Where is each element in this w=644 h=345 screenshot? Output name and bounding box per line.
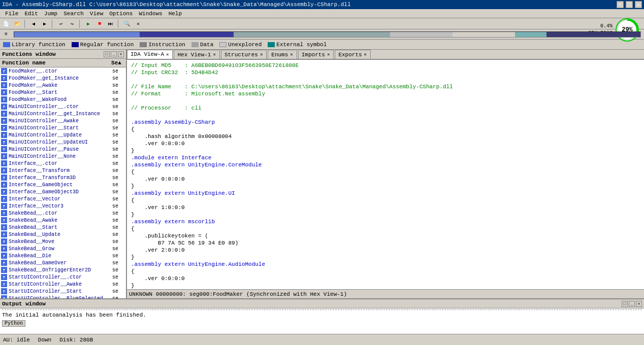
menu-file[interactable]: File: [2, 10, 21, 17]
list-item[interactable]: f SnakeBead__.ctor se: [0, 210, 126, 217]
list-item[interactable]: f MainUIController__Start se: [0, 124, 126, 131]
new-button[interactable]: 📄: [1, 19, 11, 28]
tab-close-icon[interactable]: ✕: [327, 52, 330, 57]
list-item[interactable]: f Interface__GameObject3D se: [0, 188, 126, 195]
tab-imports[interactable]: Imports✕: [298, 50, 334, 59]
list-item[interactable]: f SnakeBead__Awake se: [0, 217, 126, 224]
list-item[interactable]: f FoodMaker__Start se: [0, 89, 126, 96]
minimize-button[interactable]: ─: [617, 1, 624, 8]
tab-close-icon[interactable]: ✕: [260, 52, 263, 57]
panel-close-button[interactable]: ✕: [118, 51, 124, 57]
search-button[interactable]: 🔍: [122, 19, 132, 28]
code-line: {: [131, 126, 640, 133]
python-badge: Python: [2, 320, 25, 327]
tab-exports[interactable]: Exports✕: [335, 50, 371, 59]
tab-hexview1[interactable]: Hex View-1✕: [174, 50, 219, 59]
list-item[interactable]: f SnakeBead__OnTriggerEnter2D se: [0, 266, 126, 273]
menu-jump[interactable]: Jump: [41, 10, 60, 17]
list-item[interactable]: f FoodMaker__Awake se: [0, 82, 126, 89]
list-item[interactable]: f MainUIController__get_Instance se: [0, 110, 126, 117]
list-item[interactable]: f StartUIController__Start se: [0, 288, 126, 295]
code-line: .ver 0:0:0:0: [131, 140, 640, 147]
close-button[interactable]: ✕: [635, 1, 642, 8]
func-icon: f: [1, 231, 7, 237]
menu-windows[interactable]: Windows: [136, 10, 165, 17]
legend-external-color: [268, 42, 275, 47]
list-item[interactable]: f FoodMaker__.ctor se: [0, 67, 126, 75]
func-icon: f: [1, 217, 7, 223]
list-item[interactable]: f Interface__Transform se: [0, 167, 126, 174]
back-button[interactable]: ◀: [28, 19, 39, 28]
redo-button[interactable]: ↪: [67, 19, 77, 28]
func-name: StartUIController__Start: [9, 289, 112, 294]
func-icon: f: [1, 125, 7, 131]
list-item[interactable]: f StartUIController__Awake se: [0, 281, 126, 288]
func-name: MainUIController__Start: [9, 125, 112, 131]
func-name: FoodMaker__Awake: [9, 83, 112, 88]
list-item[interactable]: f SnakeBead__Die se: [0, 252, 126, 259]
menu-search[interactable]: Search: [60, 10, 87, 17]
func-list[interactable]: f FoodMaker__.ctor se f FoodMaker__get_I…: [0, 67, 126, 298]
code-view[interactable]: // Input MD5 : A6BEB0BD69491O3F5663950E7…: [127, 60, 644, 289]
output-content: The initial autoanalysis has been finish…: [0, 308, 644, 334]
tab-close-icon[interactable]: ✕: [364, 52, 367, 57]
output-minimize-button[interactable]: _: [629, 301, 635, 307]
list-item[interactable]: f MainUIController__Pause se: [0, 146, 126, 153]
list-item[interactable]: f Interface__Vector se: [0, 195, 126, 202]
code-line: {: [131, 197, 640, 204]
list-item[interactable]: f Interface__GameObject se: [0, 181, 126, 188]
cpu-circle: 29%: [616, 18, 639, 42]
list-item[interactable]: f MainUIController__.ctor se: [0, 103, 126, 110]
menu-help[interactable]: Help: [166, 10, 185, 17]
list-item[interactable]: f SnakeBead__Start se: [0, 224, 126, 231]
list-item[interactable]: f SnakeBead__GameOver se: [0, 259, 126, 266]
func-seg: se: [112, 182, 125, 188]
output-close-button[interactable]: ✕: [636, 301, 642, 307]
list-item[interactable]: f MainUIController__UpdateUI se: [0, 139, 126, 146]
list-item[interactable]: f SnakeBead__Move se: [0, 238, 126, 245]
list-item[interactable]: f Interface__Transform3D se: [0, 174, 126, 181]
panel-controls: □ _ ✕: [104, 51, 124, 57]
panel-float-button[interactable]: □: [104, 51, 110, 57]
list-item[interactable]: f StartUIController__BlueSelected se: [0, 295, 126, 298]
tab-close-icon[interactable]: ✕: [289, 52, 293, 57]
list-item[interactable]: f Interface__Vector3 se: [0, 202, 126, 210]
list-item[interactable]: f MainUIController__Update se: [0, 131, 126, 139]
run-button[interactable]: ▶: [83, 19, 93, 28]
menu-options[interactable]: Options: [106, 10, 136, 17]
list-item[interactable]: f FoodMaker__WakeFood se: [0, 96, 126, 103]
tab-close-icon[interactable]: ✕: [166, 52, 169, 57]
stop-button[interactable]: ■: [94, 19, 105, 28]
func-seg: se: [112, 147, 125, 152]
menu-edit[interactable]: Edit: [21, 10, 41, 17]
func-icon: f: [1, 196, 7, 202]
output-title-bar: Output window □ _ ✕: [0, 299, 644, 308]
tab-enums[interactable]: Enums✕: [268, 50, 297, 59]
func-seg: se: [112, 274, 125, 280]
tab-idaviewa[interactable]: IDA View-A✕: [127, 50, 173, 59]
panel-minimize-button[interactable]: _: [111, 51, 117, 57]
seg-unexplored: [453, 32, 515, 37]
tab-structures[interactable]: Structures✕: [221, 50, 267, 59]
menu-view[interactable]: View: [87, 10, 106, 17]
list-item[interactable]: f SnakeBead__Update se: [0, 231, 126, 238]
forward-button[interactable]: ▶: [40, 19, 50, 28]
legend-regular-label: Regular function: [80, 42, 134, 48]
list-item[interactable]: f StartUIController__.ctor se: [0, 273, 126, 281]
legend-regular-color: [72, 42, 79, 47]
func-seg: se: [112, 132, 125, 138]
list-item[interactable]: f SnakeBead__Grow se: [0, 245, 126, 252]
functions-panel: Functions window □ _ ✕ Function name Se▲…: [0, 50, 127, 298]
undo-button[interactable]: ↩: [56, 19, 66, 28]
tab-close-icon[interactable]: ✕: [212, 52, 216, 57]
maximize-button[interactable]: □: [626, 1, 633, 8]
list-item[interactable]: f Interface__.ctor se: [0, 160, 126, 167]
output-float-button[interactable]: □: [622, 301, 628, 307]
open-button[interactable]: 📂: [12, 19, 22, 28]
xref-button[interactable]: ✕: [133, 19, 143, 28]
step-button[interactable]: ⏭: [106, 19, 116, 28]
list-item[interactable]: f FoodMaker__get_Instance se: [0, 75, 126, 82]
toolbar2-btn1[interactable]: ≡: [1, 30, 11, 39]
list-item[interactable]: f MainUIController__Awake se: [0, 117, 126, 124]
list-item[interactable]: f MainUIController__None se: [0, 153, 126, 160]
